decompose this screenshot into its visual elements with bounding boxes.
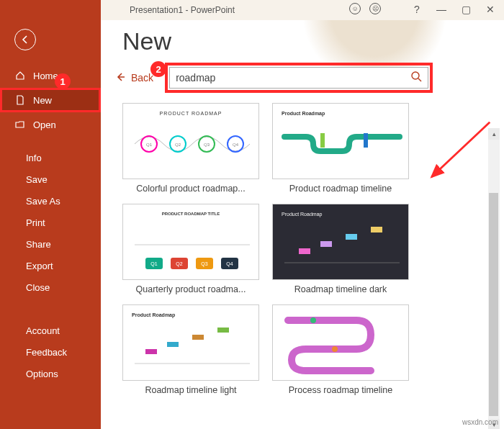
sidebar-item-account[interactable]: Account: [0, 320, 101, 341]
main-panel: New Back PRODUCT ROADMAP: [101, 20, 504, 429]
back-icon[interactable]: [14, 29, 36, 50]
home-icon: [14, 70, 26, 81]
window-controls: ? — ▢ ✕: [410, 3, 497, 16]
template-label: Roadmap timeline light: [122, 385, 259, 395]
template-card[interactable]: PRODUCT ROADMAP TITLE Q1 Q2 Q3 Q4 Quarte…: [122, 204, 259, 294]
svg-point-30: [310, 317, 316, 323]
search-highlight: [166, 64, 431, 91]
svg-rect-23: [346, 234, 357, 240]
search-icon[interactable]: [410, 71, 422, 85]
sidebar-label: New: [33, 95, 52, 106]
sidebar-item-home[interactable]: Home: [0, 63, 101, 88]
svg-rect-27: [167, 342, 179, 347]
close-icon[interactable]: ✕: [484, 3, 497, 16]
template-card[interactable]: Product Roadmap Roadmap timeline light: [122, 304, 259, 395]
template-thumb: PRODUCT ROADMAP TITLE Q1 Q2 Q3 Q4: [122, 204, 259, 280]
sidebar-item-share[interactable]: Share: [0, 233, 101, 255]
template-label: Colorful product roadmap...: [122, 184, 259, 194]
help-icon[interactable]: ?: [410, 3, 423, 16]
minimize-icon[interactable]: —: [435, 3, 448, 16]
template-label: Quarterly product roadma...: [122, 284, 259, 294]
sidebar-item-export[interactable]: Export: [0, 255, 101, 276]
svg-rect-28: [192, 335, 204, 340]
svg-rect-29: [217, 328, 229, 333]
back-label: Back: [131, 72, 153, 83]
template-thumb: Product Roadmap: [122, 304, 259, 381]
sidebar-item-save[interactable]: Save: [0, 168, 101, 190]
svg-rect-26: [145, 349, 157, 354]
template-label: Process roadmap timeline: [272, 385, 409, 395]
svg-text:Q1: Q1: [150, 261, 157, 267]
folder-open-icon: [14, 119, 26, 130]
sidebar-item-feedback[interactable]: Feedback: [0, 341, 101, 363]
annotation-callout-1: 1: [55, 73, 71, 89]
svg-text:Q4: Q4: [226, 261, 233, 267]
backstage-sidebar: Home New Open Info Save Save As Print Sh…: [0, 0, 101, 429]
template-card[interactable]: Process roadmap timeline: [272, 304, 409, 395]
template-card[interactable]: Product Roadmap Product roadmap timeline: [272, 103, 409, 194]
scroll-thumb[interactable]: [489, 193, 498, 416]
search-input[interactable]: [176, 72, 410, 83]
svg-text:Q2: Q2: [176, 261, 182, 267]
sidebar-item-options[interactable]: Options: [0, 363, 101, 384]
template-thumb: Product Roadmap: [272, 204, 409, 280]
svg-rect-24: [371, 227, 382, 232]
new-doc-icon: [14, 94, 26, 106]
search-row: Back: [115, 64, 490, 91]
svg-text:Q4: Q4: [233, 143, 239, 147]
sidebar-item-open[interactable]: Open: [0, 112, 101, 137]
sidebar-item-save-as[interactable]: Save As: [0, 190, 101, 212]
frown-icon[interactable]: ☹: [369, 3, 381, 14]
sidebar-item-new[interactable]: New: [0, 88, 101, 112]
maximize-icon[interactable]: ▢: [459, 3, 472, 16]
template-thumb: PRODUCT ROADMAP Q1 Q2 Q3 Q4: [122, 103, 259, 179]
svg-rect-22: [320, 241, 332, 247]
svg-rect-21: [299, 248, 310, 254]
search-box[interactable]: [169, 67, 428, 89]
svg-point-0: [412, 72, 419, 79]
template-thumb: Product Roadmap: [272, 103, 409, 179]
svg-text:Q3: Q3: [204, 143, 210, 147]
sidebar-item-print[interactable]: Print: [0, 212, 101, 233]
smile-icon[interactable]: ☺: [349, 3, 361, 14]
svg-line-32: [432, 122, 490, 177]
template-label: Product roadmap timeline: [272, 184, 409, 194]
sidebar-item-info[interactable]: Info: [0, 147, 101, 168]
window-title: Presentation1 - PowerPoint: [130, 5, 235, 15]
annotation-arrow: [425, 119, 493, 187]
watermark: wsxdn.com: [462, 418, 498, 426]
back-button[interactable]: Back: [115, 72, 153, 84]
template-card[interactable]: PRODUCT ROADMAP Q1 Q2 Q3 Q4 Colorful pro…: [122, 103, 259, 194]
annotation-callout-2: 2: [150, 61, 166, 77]
svg-point-31: [332, 346, 338, 352]
feedback-faces: ☺ ☹: [349, 3, 381, 14]
svg-rect-9: [320, 133, 325, 148]
page-title: New: [122, 27, 490, 55]
svg-text:Q3: Q3: [201, 261, 207, 267]
sidebar-label: Open: [33, 119, 56, 130]
svg-rect-10: [364, 133, 368, 148]
svg-text:Q2: Q2: [175, 143, 181, 147]
back-arrow-icon: [115, 72, 125, 84]
template-label: Roadmap timeline dark: [272, 284, 409, 294]
svg-text:Q1: Q1: [146, 143, 153, 147]
template-card[interactable]: Product Roadmap Roadmap timeline dark: [272, 204, 409, 294]
sidebar-item-close[interactable]: Close: [0, 276, 101, 298]
template-thumb: [272, 304, 409, 381]
